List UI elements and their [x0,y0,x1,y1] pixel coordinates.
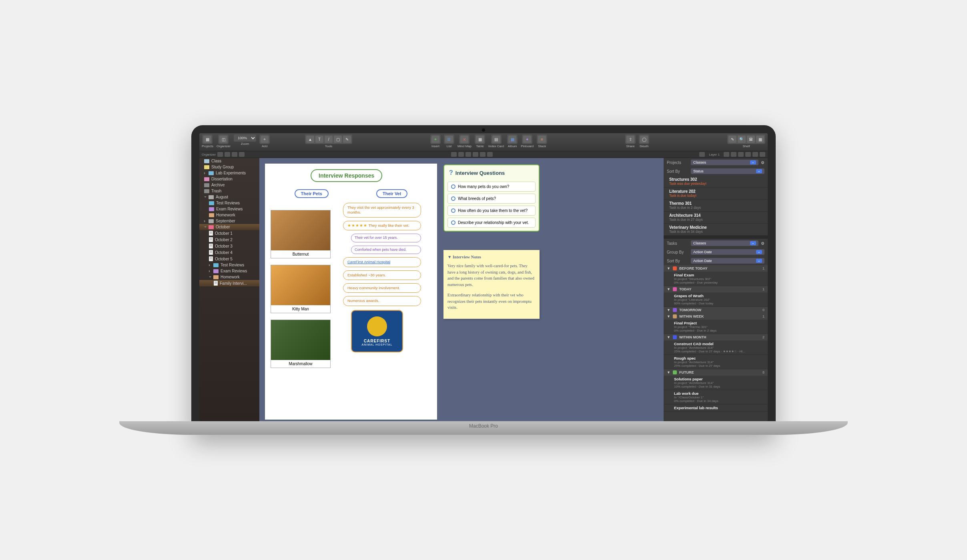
vb-icon[interactable] [232,152,237,157]
mindmap-bubble[interactable]: Their vet for over 15 years. [351,234,421,242]
tasks-select[interactable]: Classes⌄ [691,240,758,246]
mindmap-bubble[interactable]: Heavy community involvement. [343,283,421,293]
tool-shape[interactable]: ▢ [334,136,342,143]
interview-questions-card[interactable]: ?Interview Questions How many pets do yo… [443,164,540,232]
sidebar-item[interactable]: Study Group [199,164,259,170]
task-group-header[interactable]: ▼BEFORE TODAY1 [664,265,768,272]
mindmap-root[interactable]: Interview Responses [311,169,382,182]
vb-icon[interactable] [699,152,705,157]
task-item[interactable]: Final ProjectIn project "Thermo 301"0% c… [664,320,768,334]
vb-icon[interactable] [724,152,729,157]
vb-icon[interactable] [225,152,230,157]
sleuth-button[interactable]: ◯ [640,136,648,143]
sidebar-item[interactable]: Class [199,158,259,164]
sidebar-item[interactable]: October 2 [199,236,259,243]
mindmap-bubble[interactable]: Established ~30 years. [343,270,421,280]
task-item[interactable]: Solutions paperIn project "Architecture … [664,376,768,390]
projects-button[interactable]: ▦ [203,136,211,143]
task-group-header[interactable]: ▼TODAY1 [664,286,768,292]
vb-icon[interactable] [239,152,245,157]
vb-icon[interactable] [760,152,765,157]
project-item[interactable]: Veterinary MedicineTask is due in 34 day… [664,224,768,236]
organizer-button[interactable]: ◫ [219,136,227,143]
table-button[interactable]: ▦ [476,136,484,143]
sidebar-item[interactable]: October 1 [199,230,259,236]
task-item[interactable]: Lab work dueIn "/Class/October 1"0% comp… [664,390,768,404]
question-item[interactable]: Describe your relationship with your vet… [447,218,536,228]
pet-card[interactable]: Marshmallow [271,320,331,368]
task-group-header[interactable]: ▼WITHIN WEEK1 [664,313,768,320]
task-group-header[interactable]: ▼TOMORROW0 [664,307,768,313]
pet-card[interactable]: Kitty Man [271,265,331,313]
vb-icon[interactable] [731,152,736,157]
tool-pointer[interactable]: ▲ [306,136,314,143]
pinboard-button[interactable]: ✦ [523,136,531,143]
vb-icon[interactable] [487,152,493,157]
vb-icon[interactable] [752,152,758,157]
question-item[interactable]: What breeds of pets? [447,194,536,204]
add-button[interactable]: ＋ [261,136,269,143]
mindmap-node-vet[interactable]: Their Vet [376,189,407,198]
sidebar-item[interactable]: Exam Reviews [199,206,259,212]
gear-icon[interactable]: ⚙ [761,241,764,246]
projects-select[interactable]: Classes⌄ [691,160,758,165]
project-item[interactable]: Thermo 301Task is due in 2 days [664,200,768,212]
sidebar-item[interactable]: October 3 [199,243,259,249]
sidebar-item[interactable]: Family Intervi... [199,280,259,286]
vb-icon[interactable] [458,152,464,157]
sidebar-item[interactable]: Dissertation [199,176,259,182]
zoom-select[interactable]: 100% [234,134,256,142]
stack-button[interactable]: ≡ [538,136,546,143]
mindmap-bubble[interactable]: Numerous awards. [343,296,421,306]
task-item[interactable]: Final ExamIn project "Structures 302"0% … [664,272,768,286]
task-item[interactable]: Grapes of WrathIn project "Literature 20… [664,292,768,307]
sidebar-month[interactable]: October [199,224,259,230]
tool-line[interactable]: / [325,136,333,143]
task-item[interactable]: Construct CAD modelIn project "Architect… [664,340,768,355]
project-item[interactable]: Structures 302Task was due yesterday! [664,176,768,188]
vb-icon[interactable] [451,152,457,157]
sidebar-item[interactable]: Homework [199,212,259,218]
shelf-search[interactable]: 🔍 [738,136,746,143]
task-item[interactable]: Experimental lab results [664,404,768,412]
layer-select[interactable]: Layer 1 [709,153,720,156]
question-item[interactable]: How often do you take them to the vet? [447,206,536,216]
mindmap-bubble-link[interactable]: CareFirst Animal Hospital [343,257,421,267]
vb-icon[interactable] [465,152,471,157]
vb-icon[interactable] [738,152,744,157]
gear-icon[interactable]: ⚙ [761,160,764,165]
mindmap-bubble[interactable]: ★★★★★ They really like their vet. [343,221,421,230]
task-group-header[interactable]: ▼FUTURE8 [664,369,768,376]
vb-icon[interactable] [473,152,478,157]
sidebar-item[interactable]: Test Reviews [199,200,259,206]
album-button[interactable]: ▦ [508,136,516,143]
sortby2-select[interactable]: Action Date⌄ [691,258,764,264]
insert-button[interactable]: ＋ [431,136,439,143]
list-button[interactable]: ☰ [445,136,453,143]
vb-icon[interactable] [217,152,223,157]
task-item[interactable]: Rough specIn project "Architecture 314"2… [664,355,768,369]
tool-draw[interactable]: ✎ [343,136,351,143]
mindmap-bubble[interactable]: Comforted when pets have died. [351,246,421,254]
sidebar-item[interactable]: Trash [199,188,259,194]
sidebar-month[interactable]: August [199,194,259,200]
project-item[interactable]: Architecture 314Task is due in 27 days [664,212,768,224]
share-button[interactable]: ⇧ [626,136,634,143]
mindmap-node-pets[interactable]: Their Pets [295,189,329,198]
vb-icon[interactable] [745,152,751,157]
vb-icon[interactable] [480,152,486,157]
mindmap-button[interactable]: ⤨ [460,136,468,143]
sidebar-item[interactable]: Archive [199,182,259,188]
question-item[interactable]: How many pets do you own? [447,182,536,192]
mindmap-bubble[interactable]: They visit the vet approximately every 3… [343,203,421,218]
shelf-library[interactable]: 🏛 [747,136,755,143]
sidebar-item[interactable]: October 4 [199,249,259,256]
sidebar-item[interactable]: Homework [199,274,259,280]
interview-notes-card[interactable]: ▼ Interview Notes Very nice family with … [443,250,540,319]
sidebar-month[interactable]: September [199,218,259,224]
sidebar-item[interactable]: Test Reviews [199,262,259,268]
tool-text[interactable]: T [315,136,323,143]
task-group-header[interactable]: ▼WITHIN MONTH2 [664,334,768,340]
shelf-inspector[interactable]: ▦ [756,136,764,143]
project-item[interactable]: Literature 202Task is due today! [664,188,768,200]
